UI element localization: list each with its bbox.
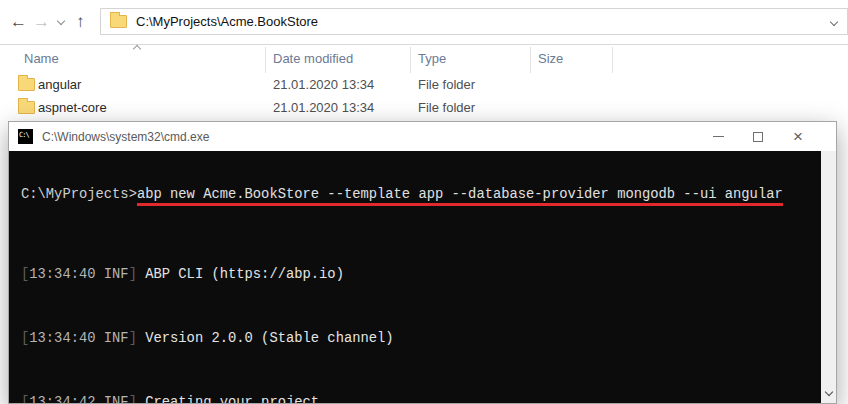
cmd-icon: C:\ — [18, 129, 33, 144]
minimize-button[interactable] — [698, 122, 738, 151]
cmd-console: C:\MyProjects>abp new Acme.BookStore --t… — [9, 151, 836, 403]
column-separator[interactable] — [410, 47, 411, 73]
chevron-down-icon — [824, 387, 832, 395]
column-separator[interactable] — [530, 47, 531, 73]
window-controls: × — [698, 122, 818, 151]
console-text: C:\MyProjects>abp new Acme.BookStore --t… — [9, 151, 821, 403]
history-chevron-down-icon[interactable] — [57, 17, 65, 25]
log-timestamp: 13:34:42 INF — [29, 395, 128, 403]
file-name[interactable]: angular — [38, 77, 81, 92]
file-row[interactable]: aspnet-core 21.01.2020 13:34 File folder — [0, 96, 848, 119]
console-log-line: [13:34:42 INF] Creating your project... — [21, 395, 821, 403]
folder-icon — [18, 78, 35, 91]
explorer-nav-row: ← → ↑ C:\MyProjects\Acme.BookStore — [0, 0, 848, 44]
cmd-title: C:\Windows\system32\cmd.exe — [42, 130, 209, 144]
column-separator[interactable] — [612, 47, 613, 73]
log-message: Version 2.0.0 (Stable channel) — [137, 331, 394, 346]
console-prompt: C:\MyProjects> — [21, 187, 137, 202]
log-message: ABP CLI (https://abp.io) — [137, 267, 344, 282]
column-header-modified[interactable]: Date modified — [273, 51, 353, 66]
console-command-underlined: abp new Acme.BookStore --template app --… — [137, 187, 783, 206]
folder-icon — [18, 101, 35, 114]
file-date-modified: 21.01.2020 13:34 — [273, 100, 374, 115]
console-log-lines: [13:34:40 INF] ABP CLI (https://abp.io) … — [21, 235, 821, 403]
forward-icon[interactable]: → — [33, 13, 50, 30]
file-type: File folder — [418, 100, 475, 115]
back-icon[interactable]: ← — [10, 13, 27, 30]
cmd-titlebar[interactable]: C:\ C:\Windows\system32\cmd.exe × — [9, 122, 836, 151]
file-type: File folder — [418, 77, 475, 92]
up-icon[interactable]: ↑ — [76, 13, 85, 30]
cmd-window: C:\ C:\Windows\system32\cmd.exe × C:\MyP… — [8, 121, 837, 404]
file-name[interactable]: aspnet-core — [38, 100, 107, 115]
address-bar[interactable]: C:\MyProjects\Acme.BookStore — [100, 8, 848, 35]
maximize-button[interactable] — [738, 122, 778, 151]
console-command-line: C:\MyProjects>abp new Acme.BookStore --t… — [21, 187, 821, 203]
file-row[interactable]: angular 21.01.2020 13:34 File folder — [0, 73, 848, 96]
close-button[interactable]: × — [778, 122, 818, 151]
sort-ascending-icon — [133, 45, 141, 53]
address-folder-icon — [110, 15, 127, 28]
log-bracket: ] — [129, 395, 137, 403]
maximize-icon — [753, 132, 763, 142]
console-log-line: [13:34:40 INF] Version 2.0.0 (Stable cha… — [21, 331, 821, 347]
column-header-type[interactable]: Type — [418, 51, 446, 66]
file-date-modified: 21.01.2020 13:34 — [273, 77, 374, 92]
column-header-size[interactable]: Size — [538, 51, 563, 66]
console-log-line: [13:34:40 INF] ABP CLI (https://abp.io) — [21, 267, 821, 283]
column-header-row: Name Date modified Type Size — [0, 45, 848, 72]
log-timestamp: 13:34:40 INF — [29, 267, 128, 282]
minimize-icon — [713, 136, 724, 137]
log-bracket: ] — [129, 331, 137, 346]
address-chevron-down-icon[interactable] — [830, 17, 838, 25]
log-bracket: ] — [129, 267, 137, 282]
scroll-down-button[interactable] — [821, 386, 836, 400]
log-timestamp: 13:34:40 INF — [29, 331, 128, 346]
column-separator[interactable] — [265, 47, 266, 73]
column-header-name[interactable]: Name — [24, 51, 59, 66]
address-path[interactable]: C:\MyProjects\Acme.BookStore — [136, 14, 318, 29]
log-message: Creating your project... — [137, 395, 344, 403]
close-icon: × — [793, 128, 803, 145]
vertical-scrollbar[interactable] — [821, 151, 836, 403]
